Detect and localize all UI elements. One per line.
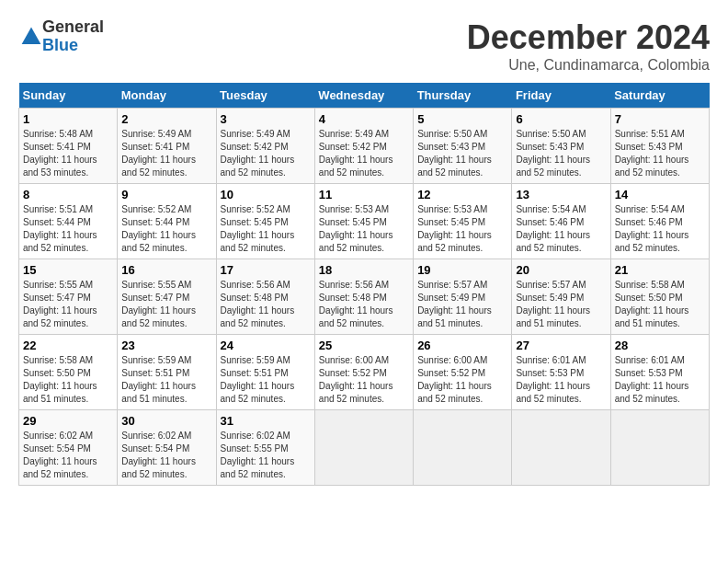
- month-title: December 2024: [467, 18, 710, 57]
- calendar-cell: 14 Sunrise: 5:54 AMSunset: 5:46 PMDaylig…: [610, 184, 709, 259]
- day-number: 8: [23, 188, 113, 201]
- calendar-cell: 23 Sunrise: 5:59 AMSunset: 5:51 PMDaylig…: [118, 335, 216, 410]
- day-number: 28: [615, 339, 705, 352]
- day-number: 1: [23, 112, 113, 126]
- calendar-cell: 31 Sunrise: 6:02 AMSunset: 5:55 PMDaylig…: [216, 410, 314, 486]
- calendar-cell: [610, 410, 709, 486]
- calendar-cell: 15 Sunrise: 5:55 AMSunset: 5:47 PMDaylig…: [19, 259, 118, 335]
- calendar-cell: 13 Sunrise: 5:54 AMSunset: 5:46 PMDaylig…: [512, 184, 610, 259]
- day-number: 13: [516, 188, 606, 201]
- calendar-cell: 3 Sunrise: 5:49 AMSunset: 5:42 PMDayligh…: [216, 109, 314, 184]
- day-info: Sunrise: 6:02 AMSunset: 5:54 PMDaylight:…: [121, 431, 196, 479]
- calendar-cell: 25 Sunrise: 6:00 AMSunset: 5:52 PMDaylig…: [314, 335, 413, 410]
- day-info: Sunrise: 6:02 AMSunset: 5:55 PMDaylight:…: [221, 431, 295, 479]
- day-number: 17: [221, 263, 311, 277]
- header-tuesday: Tuesday: [216, 83, 314, 109]
- day-info: Sunrise: 5:55 AMSunset: 5:47 PMDaylight:…: [121, 280, 196, 328]
- day-info: Sunrise: 5:58 AMSunset: 5:50 PMDaylight:…: [615, 280, 689, 328]
- day-info: Sunrise: 5:49 AMSunset: 5:42 PMDaylight:…: [319, 129, 393, 178]
- day-number: 29: [23, 414, 113, 428]
- day-number: 14: [615, 188, 705, 201]
- day-number: 11: [319, 188, 409, 201]
- calendar-cell: 5 Sunrise: 5:50 AMSunset: 5:43 PMDayligh…: [414, 109, 512, 184]
- calendar-cell: 7 Sunrise: 5:51 AMSunset: 5:43 PMDayligh…: [610, 109, 709, 184]
- day-number: 20: [516, 263, 606, 277]
- day-info: Sunrise: 6:01 AMSunset: 5:53 PMDaylight:…: [615, 355, 689, 404]
- day-info: Sunrise: 5:56 AMSunset: 5:48 PMDaylight:…: [319, 280, 393, 328]
- day-info: Sunrise: 5:49 AMSunset: 5:42 PMDaylight:…: [221, 129, 295, 178]
- day-info: Sunrise: 6:02 AMSunset: 5:54 PMDaylight:…: [23, 431, 97, 479]
- day-number: 9: [121, 188, 211, 201]
- day-info: Sunrise: 5:49 AMSunset: 5:41 PMDaylight:…: [121, 129, 196, 178]
- day-number: 31: [221, 414, 311, 428]
- calendar-cell: 17 Sunrise: 5:56 AMSunset: 5:48 PMDaylig…: [216, 259, 314, 335]
- title-area: December 2024 Une, Cundinamarca, Colombi…: [467, 18, 710, 74]
- day-number: 3: [221, 112, 311, 126]
- logo-blue: Blue: [42, 37, 104, 55]
- day-number: 4: [319, 112, 409, 126]
- calendar-cell: 26 Sunrise: 6:00 AMSunset: 5:52 PMDaylig…: [414, 335, 512, 410]
- day-info: Sunrise: 5:54 AMSunset: 5:46 PMDaylight:…: [516, 204, 590, 253]
- calendar-cell: 1 Sunrise: 5:48 AMSunset: 5:41 PMDayligh…: [19, 109, 118, 184]
- calendar-body: 1 Sunrise: 5:48 AMSunset: 5:41 PMDayligh…: [19, 109, 710, 486]
- calendar-cell: 9 Sunrise: 5:52 AMSunset: 5:44 PMDayligh…: [118, 184, 216, 259]
- day-info: Sunrise: 5:58 AMSunset: 5:50 PMDaylight:…: [23, 355, 97, 404]
- day-info: Sunrise: 5:57 AMSunset: 5:49 PMDaylight:…: [417, 280, 492, 328]
- logo-general: General: [42, 18, 104, 37]
- calendar-cell: 16 Sunrise: 5:55 AMSunset: 5:47 PMDaylig…: [118, 259, 216, 335]
- day-number: 5: [417, 112, 507, 126]
- calendar-week-2: 8 Sunrise: 5:51 AMSunset: 5:44 PMDayligh…: [19, 184, 710, 259]
- day-info: Sunrise: 5:53 AMSunset: 5:45 PMDaylight:…: [319, 204, 393, 253]
- day-info: Sunrise: 5:50 AMSunset: 5:43 PMDaylight:…: [417, 129, 492, 178]
- calendar-cell: 21 Sunrise: 5:58 AMSunset: 5:50 PMDaylig…: [610, 259, 709, 335]
- calendar-week-5: 29 Sunrise: 6:02 AMSunset: 5:54 PMDaylig…: [19, 410, 710, 486]
- day-info: Sunrise: 5:53 AMSunset: 5:45 PMDaylight:…: [417, 204, 492, 253]
- day-number: 19: [417, 263, 507, 277]
- day-info: Sunrise: 6:00 AMSunset: 5:52 PMDaylight:…: [319, 355, 393, 404]
- location: Une, Cundinamarca, Colombia: [467, 57, 710, 74]
- calendar-cell: 29 Sunrise: 6:02 AMSunset: 5:54 PMDaylig…: [19, 410, 118, 486]
- svg-marker-0: [22, 27, 41, 43]
- day-info: Sunrise: 5:57 AMSunset: 5:49 PMDaylight:…: [516, 280, 590, 328]
- day-info: Sunrise: 5:56 AMSunset: 5:48 PMDaylight:…: [221, 280, 295, 328]
- calendar-cell: 19 Sunrise: 5:57 AMSunset: 5:49 PMDaylig…: [414, 259, 512, 335]
- day-number: 6: [516, 112, 606, 126]
- day-number: 2: [121, 112, 211, 126]
- calendar-cell: [314, 410, 413, 486]
- header-wednesday: Wednesday: [314, 83, 413, 109]
- header-monday: Monday: [118, 83, 216, 109]
- day-info: Sunrise: 5:51 AMSunset: 5:44 PMDaylight:…: [23, 204, 97, 253]
- calendar-cell: 20 Sunrise: 5:57 AMSunset: 5:49 PMDaylig…: [512, 259, 610, 335]
- day-info: Sunrise: 6:00 AMSunset: 5:52 PMDaylight:…: [417, 355, 492, 404]
- day-number: 21: [615, 263, 705, 277]
- day-info: Sunrise: 5:52 AMSunset: 5:45 PMDaylight:…: [221, 204, 295, 253]
- calendar-cell: 11 Sunrise: 5:53 AMSunset: 5:45 PMDaylig…: [314, 184, 413, 259]
- day-number: 18: [319, 263, 409, 277]
- day-number: 7: [615, 112, 705, 126]
- calendar-cell: 30 Sunrise: 6:02 AMSunset: 5:54 PMDaylig…: [118, 410, 216, 486]
- calendar-cell: 2 Sunrise: 5:49 AMSunset: 5:41 PMDayligh…: [118, 109, 216, 184]
- calendar-week-3: 15 Sunrise: 5:55 AMSunset: 5:47 PMDaylig…: [19, 259, 710, 335]
- day-info: Sunrise: 6:01 AMSunset: 5:53 PMDaylight:…: [516, 355, 590, 404]
- day-number: 16: [121, 263, 211, 277]
- logo-text: General Blue: [42, 18, 104, 55]
- calendar-cell: 8 Sunrise: 5:51 AMSunset: 5:44 PMDayligh…: [19, 184, 118, 259]
- day-info: Sunrise: 5:51 AMSunset: 5:43 PMDaylight:…: [615, 129, 689, 178]
- day-info: Sunrise: 5:59 AMSunset: 5:51 PMDaylight:…: [121, 355, 196, 404]
- day-number: 15: [23, 263, 113, 277]
- day-info: Sunrise: 5:48 AMSunset: 5:41 PMDaylight:…: [23, 129, 97, 178]
- day-number: 25: [319, 339, 409, 352]
- day-info: Sunrise: 5:52 AMSunset: 5:44 PMDaylight:…: [121, 204, 196, 253]
- logo: General Blue: [18, 18, 104, 55]
- calendar-header-row: SundayMondayTuesdayWednesdayThursdayFrid…: [19, 83, 710, 109]
- calendar-cell: 27 Sunrise: 6:01 AMSunset: 5:53 PMDaylig…: [512, 335, 610, 410]
- calendar-cell: 12 Sunrise: 5:53 AMSunset: 5:45 PMDaylig…: [414, 184, 512, 259]
- header-friday: Friday: [512, 83, 610, 109]
- calendar-cell: 18 Sunrise: 5:56 AMSunset: 5:48 PMDaylig…: [314, 259, 413, 335]
- calendar-cell: [414, 410, 512, 486]
- logo-icon: [20, 26, 42, 48]
- calendar-cell: 24 Sunrise: 5:59 AMSunset: 5:51 PMDaylig…: [216, 335, 314, 410]
- calendar-week-1: 1 Sunrise: 5:48 AMSunset: 5:41 PMDayligh…: [19, 109, 710, 184]
- day-info: Sunrise: 5:54 AMSunset: 5:46 PMDaylight:…: [615, 204, 689, 253]
- header-saturday: Saturday: [610, 83, 709, 109]
